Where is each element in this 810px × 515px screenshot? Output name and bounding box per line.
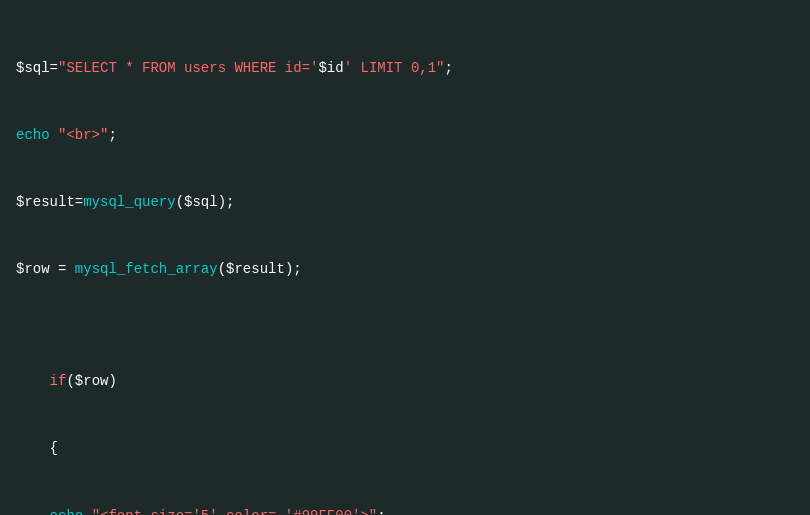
- code-line-6: if($row): [16, 370, 794, 392]
- code-line-3: $result=mysql_query($sql);: [16, 191, 794, 213]
- code-line-7: {: [16, 437, 794, 459]
- code-editor: $sql="SELECT * FROM users WHERE id='$id'…: [16, 12, 794, 515]
- code-line-4: $row = mysql_fetch_array($result);: [16, 258, 794, 280]
- code-line-1: $sql="SELECT * FROM users WHERE id='$id'…: [16, 57, 794, 79]
- code-line-8: echo "<font size='5' color= '#99FF00'>";: [16, 505, 794, 515]
- code-line-2: echo "<br>";: [16, 124, 794, 146]
